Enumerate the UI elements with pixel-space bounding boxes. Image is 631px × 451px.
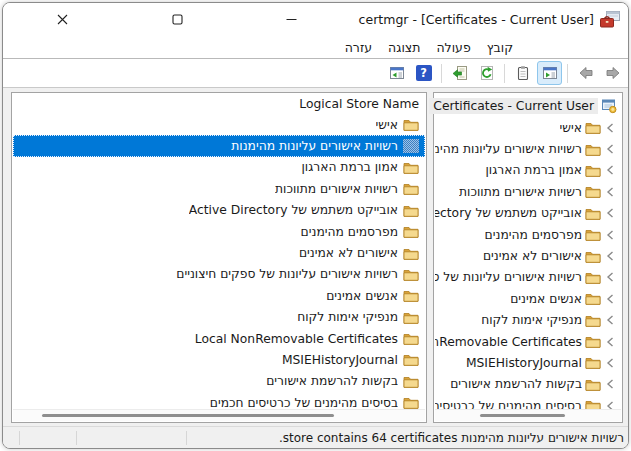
store-list-item[interactable]: Local NonRemovable Certificates: [13, 328, 425, 349]
folder-icon: [585, 121, 601, 135]
store-name-label: אישורים לא אמינים: [299, 246, 398, 260]
tree-store-item[interactable]: Local NonRemovable Certificates: [435, 331, 621, 352]
store-list-item[interactable]: אמון ברמת הארגון: [13, 157, 425, 178]
folder-icon: [585, 335, 601, 349]
chevron-collapsed-icon[interactable]: [604, 313, 617, 327]
folder-icon: [585, 356, 601, 370]
store-list-item[interactable]: רשויות אישורים מתווכות: [13, 178, 425, 199]
folder-icon: [403, 118, 419, 132]
store-list-item[interactable]: מפרסמים מהימנים: [13, 221, 425, 242]
chevron-collapsed-icon[interactable]: [604, 206, 617, 220]
store-name-label: אובייקט משתמש של Active Directory: [435, 206, 582, 220]
store-name-label: אישורים לא אמינים: [483, 249, 582, 263]
store-name-label: רשויות אישורים מתווכות: [275, 182, 398, 196]
store-list-item[interactable]: אנשים אמינים: [13, 285, 425, 306]
menu-item[interactable]: עזרה: [340, 38, 377, 57]
close-icon[interactable]: [43, 3, 81, 36]
chevron-collapsed-icon[interactable]: [604, 356, 617, 370]
chevron-collapsed-icon[interactable]: [604, 185, 617, 199]
show-action-pane-icon[interactable]: [384, 61, 409, 85]
export-list-icon[interactable]: [447, 61, 472, 85]
tree-store-item[interactable]: רשויות אישורים מתווכות: [435, 181, 621, 202]
store-name-label: רשויות אישורים עליונות מהימנות: [231, 139, 398, 153]
tree-store-item[interactable]: רשויות אישורים עליונות מהימנות: [435, 138, 621, 159]
store-name-label: מנפיקי אימות לקוח: [297, 310, 398, 324]
certmgr-app-icon: [600, 11, 620, 28]
folder-icon: [585, 228, 601, 242]
tree-root-certificates-current-user[interactable]: Certificates - Current User: [434, 95, 622, 116]
help-icon[interactable]: ?: [411, 61, 436, 85]
tree-store-item[interactable]: אמון ברמת הארגון: [435, 160, 621, 181]
tree-store-item[interactable]: MSIEHistoryJournal: [435, 352, 621, 373]
refresh-icon[interactable]: [474, 61, 499, 85]
chevron-collapsed-icon[interactable]: [604, 270, 617, 284]
menu-item[interactable]: קובץ: [482, 38, 518, 57]
horizontal-scrollbar[interactable]: [13, 409, 425, 421]
store-list-item[interactable]: MSIEHistoryJournal: [13, 349, 425, 370]
folder-icon: [403, 332, 419, 346]
toolbar-separator: [441, 64, 442, 83]
column-header-logical-store-name[interactable]: Logical Store Name: [12, 93, 426, 113]
menu-item[interactable]: תצוגה: [383, 38, 425, 57]
certificates-snapin-icon: [601, 99, 617, 113]
store-name-label: אמון ברמת הארגון: [301, 160, 398, 174]
folder-icon: [585, 185, 601, 199]
forward-icon[interactable]: [573, 61, 598, 85]
folder-icon: [585, 292, 601, 306]
chevron-collapsed-icon[interactable]: [604, 163, 617, 177]
chevron-collapsed-icon[interactable]: [604, 292, 617, 306]
store-list: אישי רשויות אישורים עליונות מהימנות: [13, 114, 425, 413]
store-list-item[interactable]: אישורים לא אמינים: [13, 242, 425, 263]
console-tree-pane: Certificates - Current User: [433, 92, 623, 423]
store-list-item[interactable]: רשויות אישורים עליונות מהימנות: [13, 135, 425, 156]
tree-store-item[interactable]: מפרסמים מהימנים: [435, 224, 621, 245]
chevron-collapsed-icon[interactable]: [604, 142, 617, 156]
tree-store-item[interactable]: אנשים אמינים: [435, 288, 621, 309]
folder-icon: [585, 142, 601, 156]
clipboard-icon[interactable]: [510, 61, 535, 85]
store-name-label: Local NonRemovable Certificates: [195, 332, 398, 346]
window-title: certmgr - [Certificates - Current User]: [359, 12, 594, 27]
menu-item[interactable]: פעולה: [431, 38, 475, 57]
folder-icon: [585, 249, 601, 263]
horizontal-scrollbar[interactable]: [435, 409, 621, 421]
status-divider: [76, 431, 77, 445]
show-console-tree-icon[interactable]: [537, 61, 562, 85]
scrollbar-thumb[interactable]: [480, 414, 566, 417]
minimize-icon[interactable]: [272, 3, 310, 36]
folder-icon: [403, 225, 419, 239]
store-list-item[interactable]: אישי: [13, 114, 425, 135]
store-name-label: מפרסמים מהימנים: [485, 228, 582, 242]
folder-icon: [403, 246, 419, 260]
store-name-label: רשויות אישורים עליונות של ספקים חיצוניים: [176, 267, 398, 281]
folder-icon: [585, 206, 601, 220]
tree-store-item[interactable]: רשויות אישורים עליונות של ספקים חיצוניים: [435, 267, 621, 288]
store-name-label: Local NonRemovable Certificates: [435, 335, 582, 349]
store-list-item[interactable]: רשויות אישורים עליונות של ספקים חיצוניים: [13, 264, 425, 285]
scrollbar-thumb[interactable]: [42, 414, 335, 417]
store-list-item[interactable]: אובייקט משתמש של Active Directory: [13, 200, 425, 221]
certmgr-window: certmgr - [Certificates - Current User] …: [2, 2, 629, 449]
chevron-collapsed-icon[interactable]: [604, 121, 617, 135]
status-divider: [186, 431, 187, 445]
tree-store-item[interactable]: אישורים לא אמינים: [435, 245, 621, 266]
store-name-label: אישי: [376, 118, 398, 132]
tree-store-item[interactable]: מנפיקי אימות לקוח: [435, 310, 621, 331]
folder-icon: [403, 160, 419, 174]
folder-icon: [403, 289, 419, 303]
store-name-label: רשויות אישורים עליונות מהימנות: [435, 142, 582, 156]
store-list-item[interactable]: מנפיקי אימות לקוח: [13, 307, 425, 328]
chevron-collapsed-icon[interactable]: [604, 228, 617, 242]
tree-store-item[interactable]: בקשות להרשמת אישורים: [435, 374, 621, 395]
chevron-collapsed-icon[interactable]: [604, 249, 617, 263]
toolbar-separator: [504, 64, 505, 83]
store-list-item[interactable]: בקשות להרשמת אישורים: [13, 371, 425, 392]
tree-store-item[interactable]: אובייקט משתמש של Active Directory: [435, 203, 621, 224]
maximize-icon[interactable]: [158, 3, 196, 36]
store-name-label: MSIEHistoryJournal: [282, 353, 398, 367]
back-icon[interactable]: [600, 61, 625, 85]
status-message: רשויות אישורים עליונות מהימנות store con…: [279, 431, 624, 445]
chevron-collapsed-icon[interactable]: [604, 335, 617, 349]
tree-store-item[interactable]: אישי: [435, 117, 621, 138]
chevron-collapsed-icon[interactable]: [604, 377, 617, 391]
